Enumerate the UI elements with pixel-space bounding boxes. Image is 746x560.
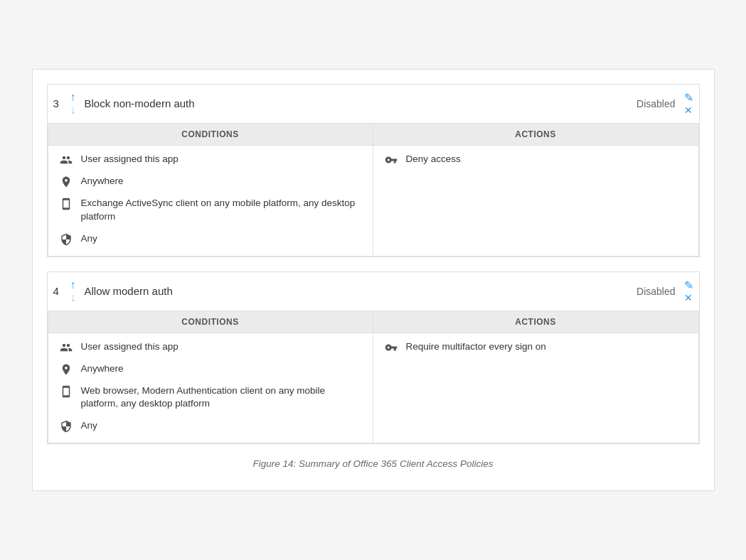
condition-text: User assigned this app xyxy=(81,340,178,354)
location-icon xyxy=(58,363,74,376)
policy-number: 3 xyxy=(53,97,70,109)
condition-item: User assigned this app xyxy=(58,153,363,166)
policy-header-2: 4 ↑ ↓ Allow modern auth Disabled ✎ ✕ xyxy=(48,272,699,311)
delete-icon[interactable]: ✕ xyxy=(684,105,693,115)
key-icon xyxy=(383,154,399,166)
condition-list: User assigned this app Anywhere Web brow… xyxy=(48,333,373,443)
device-icon xyxy=(58,385,74,398)
arrow-down-icon[interactable]: ↓ xyxy=(70,104,76,116)
condition-item: Anywhere xyxy=(58,175,363,188)
delete-icon[interactable]: ✕ xyxy=(684,293,693,303)
edit-icon[interactable]: ✎ xyxy=(684,92,693,104)
conditions-header: CONDITIONS xyxy=(48,124,373,146)
action-list: Require multifactor every sign on xyxy=(373,333,698,364)
policy-status: Disabled xyxy=(636,98,675,109)
policy-header-1: 3 ↑ ↓ Block non-modern auth Disabled ✎ ✕ xyxy=(48,85,699,124)
user-icon xyxy=(58,154,74,166)
condition-item: Any xyxy=(58,232,363,246)
key-icon xyxy=(383,341,399,354)
condition-text: Any xyxy=(81,419,97,433)
conditions-column: CONDITIONS User assigned this app Anywhe… xyxy=(48,311,373,443)
policy-title: Allow modern auth xyxy=(85,285,637,297)
policy-block-2: 4 ↑ ↓ Allow modern auth Disabled ✎ ✕ CON… xyxy=(47,271,700,445)
condition-text: User assigned this app xyxy=(81,153,178,166)
conditions-column: CONDITIONS User assigned this app Anywhe… xyxy=(48,124,373,256)
policy-arrows: ↑ ↓ xyxy=(70,92,76,116)
condition-text: Web browser, Modern Authentication clien… xyxy=(81,384,363,411)
policy-edit-delete: ✎ ✕ xyxy=(684,92,693,115)
action-text: Deny access xyxy=(406,153,461,166)
conditions-header: CONDITIONS xyxy=(48,311,373,333)
condition-text: Exchange ActiveSync client on any mobile… xyxy=(81,197,363,224)
page-wrapper: 3 ↑ ↓ Block non-modern auth Disabled ✎ ✕… xyxy=(32,69,715,492)
shield-icon xyxy=(58,420,74,433)
condition-list: User assigned this app Anywhere Exchange… xyxy=(48,146,373,256)
actions-column: ACTIONS Require multifactor every sign o… xyxy=(373,311,698,443)
arrow-down-icon[interactable]: ↓ xyxy=(70,292,76,303)
policy-title: Block non-modern auth xyxy=(85,97,637,109)
policy-status: Disabled xyxy=(636,286,675,297)
policy-edit-delete: ✎ ✕ xyxy=(684,280,693,303)
device-icon xyxy=(58,198,74,210)
location-icon xyxy=(58,176,74,188)
condition-text: Anywhere xyxy=(81,362,124,376)
policy-block-1: 3 ↑ ↓ Block non-modern auth Disabled ✎ ✕… xyxy=(47,84,700,257)
action-list: Deny access xyxy=(373,146,698,176)
condition-text: Any xyxy=(81,232,97,246)
policy-number: 4 xyxy=(53,285,70,297)
figure-caption: Figure 14: Summary of Office 365 Client … xyxy=(47,458,700,469)
shield-icon xyxy=(58,233,74,246)
arrow-up-icon[interactable]: ↑ xyxy=(70,92,76,103)
edit-icon[interactable]: ✎ xyxy=(684,280,693,291)
policy-body-2: CONDITIONS User assigned this app Anywhe… xyxy=(48,311,699,444)
actions-column: ACTIONS Deny access xyxy=(373,124,698,256)
policy-body-1: CONDITIONS User assigned this app Anywhe… xyxy=(48,124,699,257)
action-text: Require multifactor every sign on xyxy=(406,340,546,354)
condition-item: Anywhere xyxy=(58,362,363,376)
user-icon xyxy=(58,341,74,354)
condition-item: Any xyxy=(58,419,363,433)
action-item: Deny access xyxy=(383,153,688,166)
condition-item: User assigned this app xyxy=(58,340,363,354)
condition-item: Web browser, Modern Authentication clien… xyxy=(58,384,363,411)
actions-header: ACTIONS xyxy=(373,311,698,333)
action-item: Require multifactor every sign on xyxy=(383,340,688,354)
policies-container: 3 ↑ ↓ Block non-modern auth Disabled ✎ ✕… xyxy=(47,84,700,445)
policy-arrows: ↑ ↓ xyxy=(70,279,76,303)
condition-text: Anywhere xyxy=(81,175,124,188)
condition-item: Exchange ActiveSync client on any mobile… xyxy=(58,197,363,224)
arrow-up-icon[interactable]: ↑ xyxy=(70,279,76,291)
actions-header: ACTIONS xyxy=(373,124,698,146)
